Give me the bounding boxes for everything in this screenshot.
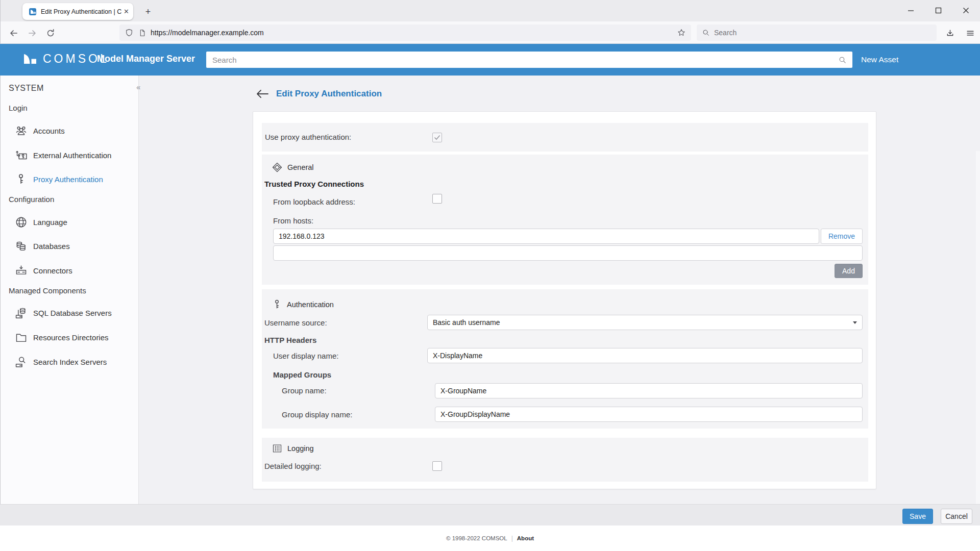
search-icon [702, 29, 710, 37]
scrollbar[interactable] [976, 151, 980, 551]
sidebar-item-language[interactable]: Language [1, 210, 139, 234]
app-header: COMSOL Model Manager Server New Asset [0, 44, 980, 76]
url-bar[interactable]: https://modelmanager.example.com [119, 24, 691, 41]
sidebar-collapse-icon[interactable]: « [136, 83, 140, 91]
loopback-checkbox[interactable] [432, 194, 442, 204]
globe-icon [14, 215, 28, 229]
sidebar-item-accounts[interactable]: Accounts [1, 118, 139, 143]
browser-tab-bar: Edit Proxy Authentication | COM ✕ + [0, 0, 980, 21]
sidebar-item-search-index-servers[interactable]: Search Index Servers [1, 349, 139, 374]
app-search-icon[interactable] [838, 56, 847, 64]
group-name-label: Group name: [282, 386, 327, 395]
url-text: https://modelmanager.example.com [151, 29, 677, 37]
menu-hamburger-icon[interactable] [963, 26, 978, 41]
page-info-icon[interactable] [138, 29, 146, 37]
action-bar: Save Cancel [0, 504, 980, 525]
tab-title: Edit Proxy Authentication | COM [41, 8, 121, 15]
sidebar-item-label: Language [33, 218, 67, 227]
group-name-input[interactable] [435, 383, 863, 398]
window-maximize-icon[interactable] [928, 2, 948, 18]
mapped-groups-heading: Mapped Groups [273, 370, 331, 379]
sidebar-item-resources-directories[interactable]: Resources Directories [1, 325, 139, 349]
sidebar-item-proxy-authentication[interactable]: Proxy Authentication [1, 167, 139, 191]
window-close-icon[interactable] [955, 2, 976, 18]
logging-panel: Logging Detailed logging: [262, 438, 868, 482]
new-asset-button[interactable]: New Asset [861, 55, 898, 64]
detailed-logging-label: Detailed logging: [264, 462, 322, 470]
copyright-text: © 1998-2022 COMSOL [446, 535, 507, 541]
sql-database-server-icon [14, 306, 28, 320]
forward-icon[interactable] [24, 26, 40, 41]
browser-search-field[interactable]: Search [697, 24, 937, 41]
sidebar-item-label: External Authentication [33, 151, 111, 160]
sidebar-item-label: SQL Database Servers [33, 309, 112, 317]
http-headers-heading: HTTP Headers [264, 336, 316, 344]
sidebar: SYSTEM « Login Accounts External Authent… [0, 76, 139, 504]
new-host-input[interactable] [273, 245, 863, 261]
sidebar-item-label: Connectors [33, 266, 72, 275]
sidebar-item-label: Proxy Authentication [33, 175, 103, 184]
back-navigation-icon[interactable] [256, 88, 269, 99]
loopback-label: From loopback address: [273, 197, 355, 206]
username-source-value: Basic auth username [433, 318, 500, 327]
general-icon [271, 161, 283, 173]
group-display-name-label: Group display name: [282, 410, 352, 419]
sidebar-item-external-authentication[interactable]: External Authentication [1, 143, 139, 167]
sidebar-item-label: Databases [33, 242, 70, 251]
tab-close-icon[interactable]: ✕ [124, 8, 129, 15]
general-panel: General Trusted Proxy Connections From l… [262, 155, 868, 285]
page-title: Edit Proxy Authentication [276, 89, 382, 99]
comsol-logo-mark [22, 53, 38, 65]
logging-icon [271, 442, 283, 455]
user-display-name-label: User display name: [273, 352, 338, 360]
reload-icon[interactable] [43, 26, 58, 41]
sidebar-item-databases[interactable]: Databases [1, 234, 139, 258]
key-icon [14, 172, 28, 186]
back-icon[interactable] [6, 26, 21, 41]
logging-section-heading: Logging [271, 442, 314, 455]
app-search-input[interactable] [206, 52, 852, 68]
sidebar-item-label: Resources Directories [33, 333, 109, 342]
connector-icon [14, 263, 28, 278]
group-display-name-input[interactable] [435, 407, 863, 422]
save-button[interactable]: Save [902, 509, 933, 524]
detailed-logging-checkbox[interactable] [432, 461, 442, 471]
app-title: Model Manager Server [97, 54, 195, 64]
external-authentication-icon [14, 148, 28, 162]
browser-tab[interactable]: Edit Proxy Authentication | COM ✕ [22, 3, 133, 20]
sidebar-item-sql-database-servers[interactable]: SQL Database Servers [1, 300, 139, 325]
username-source-select[interactable]: Basic auth username [427, 315, 863, 330]
key-icon [271, 298, 283, 310]
general-section-heading: General [271, 161, 314, 173]
remove-host-button[interactable]: Remove [821, 229, 863, 244]
sidebar-item-connectors[interactable]: Connectors [1, 258, 139, 283]
sidebar-section-managed-components: Managed Components [9, 286, 86, 295]
user-display-name-input[interactable] [427, 348, 863, 363]
authentication-section-heading: Authentication [271, 298, 334, 310]
edit-proxy-authentication-card: Use proxy authentication: General Truste… [253, 111, 876, 489]
add-host-button[interactable]: Add [835, 264, 863, 278]
from-hosts-label: From hosts: [273, 216, 313, 225]
sidebar-section-configuration: Configuration [9, 195, 54, 204]
chevron-down-icon [853, 321, 857, 324]
use-proxy-checkbox[interactable] [432, 133, 442, 142]
about-link[interactable]: About [517, 535, 534, 541]
databases-icon [14, 239, 28, 253]
window-minimize-icon[interactable] [900, 2, 921, 18]
logging-heading-label: Logging [287, 444, 314, 453]
comsol-logo: COMSOL [22, 52, 109, 66]
sidebar-item-label: Accounts [33, 127, 65, 135]
general-heading-label: General [287, 163, 314, 171]
downloads-icon[interactable] [942, 26, 958, 41]
browser-toolbar: https://modelmanager.example.com Search [0, 21, 980, 44]
new-tab-button[interactable]: + [141, 5, 155, 18]
page-footer: © 1998-2022 COMSOL | About [0, 525, 980, 551]
bookmark-star-icon[interactable] [677, 28, 686, 37]
use-proxy-panel: Use proxy authentication: [262, 123, 868, 152]
search-server-icon [14, 355, 28, 369]
sidebar-section-login: Login [9, 104, 28, 112]
host-input[interactable] [273, 229, 819, 244]
shield-icon [125, 28, 134, 37]
cancel-button[interactable]: Cancel [941, 509, 972, 524]
browser-search-placeholder: Search [714, 29, 737, 37]
